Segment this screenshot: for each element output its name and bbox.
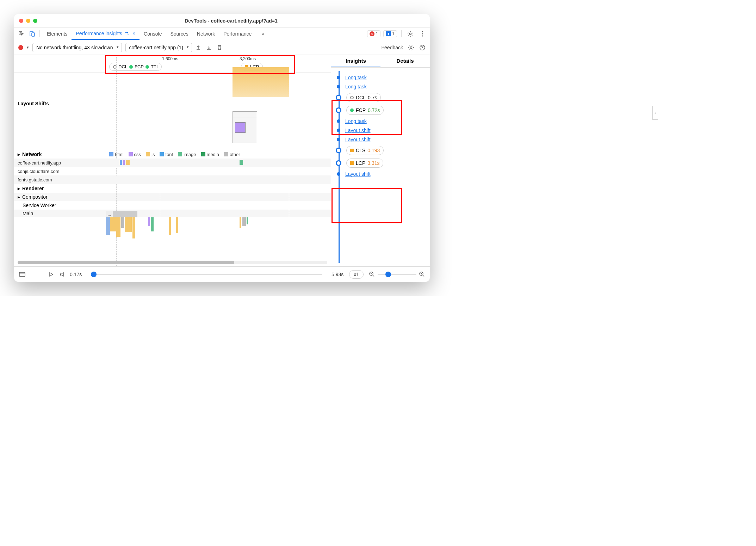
legend-swatch <box>224 152 228 156</box>
legend-swatch <box>178 152 182 156</box>
target-select[interactable]: coffee-cart.netlify.app (1) <box>125 43 192 52</box>
playback-speed[interactable]: x1 <box>349 270 364 279</box>
legend-swatch <box>146 152 150 156</box>
metric-name: LCP <box>356 160 365 166</box>
timeline-marker-icon <box>337 172 340 176</box>
legend-swatch <box>109 152 113 156</box>
error-badge[interactable]: ✕ 1 <box>367 30 381 37</box>
preview-icon[interactable] <box>19 272 25 277</box>
insight-item[interactable]: Layout shift <box>336 171 427 177</box>
error-count: 1 <box>376 31 378 36</box>
timeline-marker-icon <box>337 85 340 88</box>
timeline-ruler: 1,600ms3,200ms DCLFCPTTILCP <box>14 55 331 73</box>
throttle-select[interactable]: No network throttling, 4× slowdown <box>32 43 122 52</box>
renderer-header[interactable]: ▸Renderer <box>14 184 331 193</box>
download-icon[interactable] <box>206 45 212 50</box>
inspect-icon[interactable] <box>17 29 26 38</box>
main-timeline[interactable]: 1,600ms3,200ms DCLFCPTTILCP Layout Shift… <box>14 55 331 266</box>
feedback-link[interactable]: Feedback <box>382 45 403 50</box>
compositor-row[interactable]: ▸Compositor <box>14 193 331 201</box>
tab-performance[interactable]: Performance <box>219 27 256 40</box>
network-header[interactable]: ▸ Network <box>14 150 106 159</box>
metric-value: 0.193 <box>367 148 380 153</box>
message-count: 1 <box>392 31 395 36</box>
help-icon[interactable] <box>419 44 426 51</box>
network-legend: htmlcssjsfontimagemediaother <box>106 150 240 159</box>
service-worker-row[interactable]: Service Worker <box>14 201 331 210</box>
footer-controls: 0.17s 5.93s x1 <box>14 266 430 282</box>
message-badge[interactable]: ▮ 1 <box>383 30 397 37</box>
timeline-marker-icon <box>336 148 341 153</box>
tab-insights[interactable]: Insights <box>331 55 380 67</box>
network-host-row[interactable]: cdnjs.cloudflare.com <box>14 167 331 175</box>
insight-link[interactable]: Long task <box>345 84 367 89</box>
main-flame-chart[interactable]: ... <box>106 217 331 246</box>
svg-point-2 <box>410 33 411 35</box>
renderer-section: ▸Renderer ▸Compositor Service Worker Mai… <box>14 184 331 246</box>
close-tab-icon[interactable]: × <box>132 31 135 36</box>
insight-item[interactable]: Long task <box>336 84 427 89</box>
insight-item[interactable]: Layout shift <box>336 137 427 142</box>
record-button[interactable] <box>18 45 23 50</box>
network-host-row[interactable]: fonts.gstatic.com <box>14 175 331 184</box>
legend-label: font <box>165 152 173 157</box>
tab-performance-insights[interactable]: Performance insights⚗× <box>72 27 140 40</box>
settings-gear-icon[interactable] <box>408 44 414 51</box>
legend-swatch <box>160 152 164 156</box>
tab-details[interactable]: Details <box>380 55 430 67</box>
zoom-in-icon[interactable] <box>419 272 425 277</box>
insight-link[interactable]: Layout shift <box>345 171 371 177</box>
kebab-menu-icon[interactable] <box>418 29 427 38</box>
insight-item[interactable]: Long task <box>336 75 427 80</box>
play-icon[interactable] <box>49 272 54 277</box>
svg-point-5 <box>422 35 423 36</box>
settings-icon[interactable] <box>406 29 415 38</box>
metric-icon <box>350 149 354 152</box>
timeline-marker-icon <box>337 138 340 141</box>
time-slider[interactable] <box>91 274 322 275</box>
expand-icon: ▸ <box>18 186 20 191</box>
network-host-row[interactable]: coffee-cart.netlify.app <box>14 159 331 167</box>
tab-console[interactable]: Console <box>140 27 166 40</box>
delete-icon[interactable] <box>217 45 222 50</box>
svg-rect-9 <box>19 272 25 274</box>
ellipsis-label: ... <box>106 211 113 217</box>
tab-sources[interactable]: Sources <box>166 27 192 40</box>
legend-label: css <box>134 152 141 157</box>
legend-label: media <box>207 152 219 157</box>
tab-elements[interactable]: Elements <box>43 27 72 40</box>
legend-label: image <box>184 152 196 157</box>
perf-toolbar: ▾ No network throttling, 4× slowdown cof… <box>14 40 430 55</box>
timeline-marker-icon <box>337 119 340 123</box>
horizontal-scrollbar[interactable] <box>18 261 327 264</box>
close-icon[interactable] <box>19 19 23 23</box>
svg-point-4 <box>422 33 423 34</box>
maximize-icon[interactable] <box>33 19 37 23</box>
metric-pill-cls[interactable]: CLS0.193 <box>346 146 384 155</box>
legend-swatch <box>129 152 133 156</box>
rewind-icon[interactable] <box>59 272 64 277</box>
minimize-icon[interactable] <box>26 19 30 23</box>
metric-pill-lcp[interactable]: LCP3.31s <box>346 159 383 168</box>
main-row[interactable]: Main <box>14 210 331 217</box>
device-toggle-icon[interactable] <box>27 29 37 38</box>
insight-link[interactable]: Long task <box>345 75 367 80</box>
tabs-overflow[interactable]: » <box>257 27 268 40</box>
record-menu-icon[interactable]: ▾ <box>27 45 29 50</box>
zoom-out-icon[interactable] <box>369 272 375 277</box>
metric-value: 3.31s <box>367 160 379 166</box>
insight-item[interactable]: LCP3.31s <box>336 159 427 168</box>
zoom-slider[interactable] <box>378 274 416 275</box>
host-label: coffee-cart.netlify.app <box>18 160 106 166</box>
host-label: fonts.gstatic.com <box>18 177 106 182</box>
insight-link[interactable]: Layout shift <box>345 137 371 142</box>
upload-icon[interactable] <box>196 45 201 50</box>
metric-icon <box>350 96 354 99</box>
insight-item[interactable]: CLS0.193 <box>336 146 427 155</box>
legend-label: js <box>151 152 155 157</box>
highlight-box-1 <box>105 55 295 74</box>
error-icon: ✕ <box>370 31 374 36</box>
timeline-marker-icon <box>336 107 341 113</box>
screenshot-thumbnail[interactable] <box>233 111 257 143</box>
tab-network[interactable]: Network <box>193 27 219 40</box>
